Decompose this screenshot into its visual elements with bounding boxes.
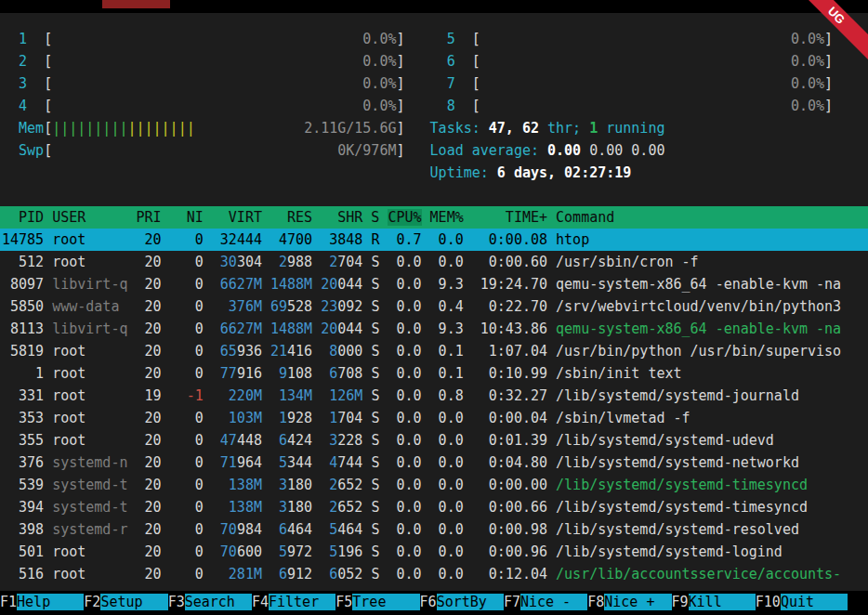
fn-key-label: F10 [756,594,781,610]
fn-action-label: Quit [781,594,848,610]
process-row[interactable]: 394 systemd-t 20 0 138M 3180 2652 S 0.0 … [0,496,868,518]
cpu-meter-row-4: 4 [ 0.0%] 8 [ 0.0%] [0,95,868,117]
top-bar-red-patch [102,0,170,8]
fn-f3-search[interactable]: F3Search [168,594,252,610]
terminal-content: 1 [ 0.0%] 5 [ 0.0%] 2 [ 0.0%] 6 [ 0.0%] … [0,28,868,585]
fn-action-label: Search [185,594,252,610]
process-row[interactable]: 5819 root 20 0 65936 21416 8000 S 0.0 0.… [0,340,868,362]
cpu-meter-row-3: 3 [ 0.0%] 7 [ 0.0%] [0,72,868,95]
process-row[interactable]: 512 root 20 0 30304 2988 2704 S 0.0 0.0 … [0,251,868,273]
fn-f8-nice[interactable]: F8Nice + [587,594,671,610]
function-key-bar: F1Help F2Setup F3Search F4Filter F5Tree … [0,591,868,615]
process-table-header: PID USER PRI NI VIRT RES SHR S CPU% MEM%… [0,206,868,229]
sort-column-header: CPU% [388,209,421,226]
fn-f1-help[interactable]: F1Help [0,594,84,610]
process-row[interactable]: 14785 root 20 0 32444 4700 3848 R 0.7 0.… [0,229,868,251]
fn-key-label: F9 [672,594,689,610]
fn-f10-quit[interactable]: F10Quit [756,594,848,610]
process-row[interactable]: 376 systemd-n 20 0 71964 5344 4744 S 0.0… [0,451,868,474]
htop-screen: UG 1 [ 0.0%] 5 [ 0.0%] 2 [ 0.0%] 6 [ [0,0,868,615]
process-row[interactable]: 501 root 20 0 70600 5972 5196 S 0.0 0.0 … [0,541,868,563]
process-row[interactable]: 355 root 20 0 47448 6424 3228 S 0.0 0.0 … [0,429,868,451]
fn-action-label: SortBy [437,594,504,610]
process-row[interactable]: 1 root 20 0 77916 9108 6708 S 0.0 0.1 0:… [0,362,868,385]
fn-key-label: F8 [587,594,604,610]
process-row[interactable]: 398 systemd-r 20 0 70984 6464 5464 S 0.0… [0,518,868,541]
spacer-row [0,184,868,206]
process-row[interactable]: 353 root 20 0 103M 1928 1704 S 0.0 0.0 0… [0,407,868,429]
process-row[interactable]: 5850 www-data 20 0 376M 69528 23092 S 0.… [0,295,868,318]
fn-f7-nice[interactable]: F7Nice - [504,594,587,610]
cpu-meter-row-2: 2 [ 0.0%] 6 [ 0.0%] [0,50,868,72]
process-row[interactable]: 8113 libvirt-q 20 0 6627M 1488M 20044 S … [0,318,868,340]
terminal-top-bar [0,0,868,13]
fn-key-label: F5 [335,594,352,610]
fn-key-label: F6 [420,594,437,610]
fn-key-label: F2 [84,594,100,610]
process-row[interactable]: 516 root 20 0 281M 6912 6052 S 0.0 0.0 0… [0,563,868,585]
swap-meter-load-row: Swp[ 0K/976M] Load average: 0.00 0.00 0.… [0,139,868,162]
process-row[interactable]: 331 root 19 -1 220M 134M 126M S 0.0 0.8 … [0,385,868,407]
fn-f9-kill[interactable]: F9Kill [672,594,756,610]
fn-key-label: F7 [504,594,520,610]
fn-f4-filter[interactable]: F4Filter [252,594,335,610]
fn-action-label: Setup [100,594,167,610]
fn-f6-sortby[interactable]: F6SortBy [420,594,504,610]
memory-meter-tasks-row: Mem[||||||||||||||||| 2.11G/15.6G] Tasks… [0,117,868,139]
fn-action-label: Nice + [604,594,671,610]
fn-action-label: Help [17,594,84,610]
fn-key-label: F4 [252,594,269,610]
cpu-meter-row-1: 1 [ 0.0%] 5 [ 0.0%] [0,28,868,50]
process-row[interactable]: 8097 libvirt-q 20 0 6627M 1488M 20044 S … [0,273,868,295]
fn-action-label: Kill [689,594,756,610]
fn-key-label: F3 [168,594,185,610]
fn-action-label: Filter [269,594,335,610]
process-row[interactable]: 539 systemd-t 20 0 138M 3180 2652 S 0.0 … [0,474,868,496]
fn-action-label: Nice - [520,594,587,610]
fn-f2-setup[interactable]: F2Setup [84,594,167,610]
uptime-row: Uptime: 6 days, 02:27:19 [0,162,868,184]
fn-f5-tree[interactable]: F5Tree [335,594,419,610]
fn-action-label: Tree [352,594,419,610]
fn-key-label: F1 [0,594,17,610]
